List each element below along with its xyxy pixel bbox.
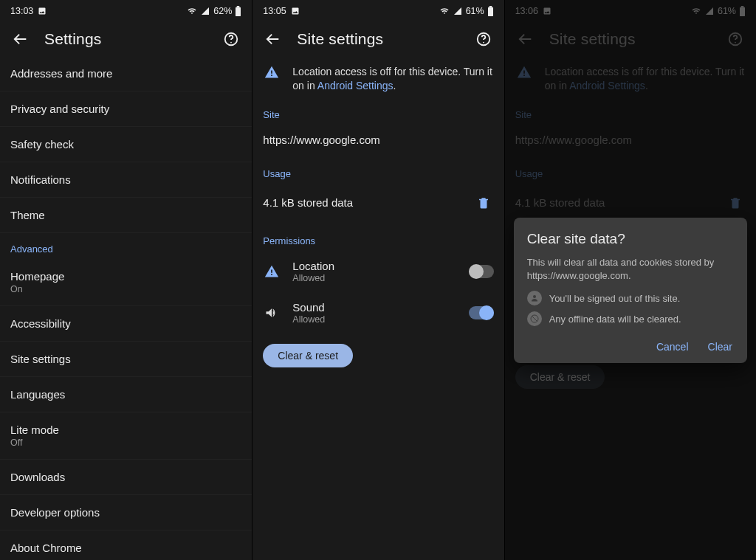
status-battery: 61% (466, 6, 484, 16)
settings-list: Addresses and more Privacy and security … (0, 56, 252, 560)
status-time: 13:05 (263, 6, 286, 16)
clear-site-data-dialog: Clear site data? This will clear all dat… (514, 218, 747, 363)
settings-item-privacy[interactable]: Privacy and security (0, 91, 252, 127)
statusbar: 13:05 61% (252, 0, 504, 22)
usage-text: 4.1 kB stored data (263, 196, 353, 209)
page-title: Site settings (297, 30, 459, 48)
android-settings-link[interactable]: Android Settings (317, 80, 394, 91)
person-icon (527, 291, 542, 305)
section-advanced: Advanced (0, 233, 252, 259)
settings-item-homepage[interactable]: Homepage On (0, 259, 252, 306)
signal-icon (200, 7, 210, 15)
help-icon[interactable] (221, 29, 241, 49)
section-usage: Usage (252, 155, 504, 184)
panel-site-settings: 13:05 61% Site settings Location access … (252, 0, 504, 560)
permission-label: Sound (292, 301, 325, 314)
svg-rect-1 (237, 6, 240, 7)
dialog-cancel-button[interactable]: Cancel (655, 336, 690, 357)
settings-item-lite-mode[interactable]: Lite mode Off (0, 412, 252, 460)
permission-status: Allowed (292, 273, 334, 283)
dialog-title: Clear site data? (527, 231, 734, 247)
clear-and-reset-button[interactable]: Clear & reset (263, 344, 353, 367)
appbar: Settings (0, 22, 252, 56)
page-title: Settings (44, 30, 207, 48)
svg-rect-5 (489, 6, 492, 7)
statusbar: 13:03 62% (0, 0, 252, 22)
permission-status: Allowed (292, 314, 325, 325)
dialog-body: This will clear all data and cookies sto… (527, 256, 734, 282)
svg-rect-0 (236, 7, 241, 16)
dialog-bullet-offline: Any offline data will be cleared. (527, 311, 734, 326)
dialog-clear-button[interactable]: Clear (707, 336, 734, 357)
panel-settings: 13:03 62% Settings Addresses an (0, 0, 252, 560)
section-site: Site (252, 96, 504, 125)
settings-item-about-chrome[interactable]: About Chrome (0, 530, 252, 560)
back-icon[interactable] (10, 29, 31, 49)
status-time: 13:03 (10, 6, 33, 16)
settings-item-theme[interactable]: Theme (0, 198, 252, 233)
permission-sound[interactable]: Sound Allowed (252, 292, 504, 333)
svg-point-3 (230, 42, 232, 44)
settings-item-safety-check[interactable]: Safety check (0, 127, 252, 162)
svg-point-7 (483, 42, 484, 44)
settings-item-developer-options[interactable]: Developer options (0, 495, 252, 530)
settings-item-addresses[interactable]: Addresses and more (0, 56, 252, 91)
trash-icon[interactable] (473, 193, 494, 213)
wifi-icon (439, 7, 450, 15)
location-notice-text: Location access is off for this device. … (292, 65, 493, 93)
location-notice: Location access is off for this device. … (252, 56, 504, 96)
warning-icon (263, 65, 281, 80)
battery-icon (487, 6, 494, 16)
panel-site-settings-dialog: 13:06 61% Site settings (504, 0, 756, 560)
image-icon (38, 7, 47, 15)
status-battery: 62% (213, 6, 232, 16)
usage-row: 4.1 kB stored data (252, 184, 504, 222)
site-url: https://www.google.com (263, 134, 379, 146)
svg-point-12 (533, 295, 536, 298)
settings-item-notifications[interactable]: Notifications (0, 162, 252, 198)
appbar: Site settings (252, 22, 504, 56)
settings-item-accessibility[interactable]: Accessibility (0, 306, 252, 342)
help-icon[interactable] (473, 29, 494, 49)
warning-icon (263, 264, 281, 279)
permission-location[interactable]: Location Allowed (252, 251, 504, 292)
settings-item-languages[interactable]: Languages (0, 377, 252, 412)
offline-icon (527, 311, 542, 326)
battery-icon (235, 6, 241, 16)
sound-icon (263, 305, 281, 320)
svg-rect-4 (488, 7, 493, 16)
permission-label: Location (292, 260, 334, 272)
dialog-bullet-signout: You'll be signed out of this site. (527, 291, 734, 305)
signal-icon (453, 7, 463, 15)
image-icon (291, 7, 300, 15)
sound-toggle[interactable] (469, 306, 494, 319)
back-icon[interactable] (263, 29, 284, 49)
site-url-row: https://www.google.com (252, 125, 504, 155)
wifi-icon (187, 7, 197, 15)
settings-item-site-settings[interactable]: Site settings (0, 342, 252, 377)
location-toggle[interactable] (469, 265, 494, 278)
settings-item-downloads[interactable]: Downloads (0, 460, 252, 495)
section-permissions: Permissions (252, 222, 504, 251)
